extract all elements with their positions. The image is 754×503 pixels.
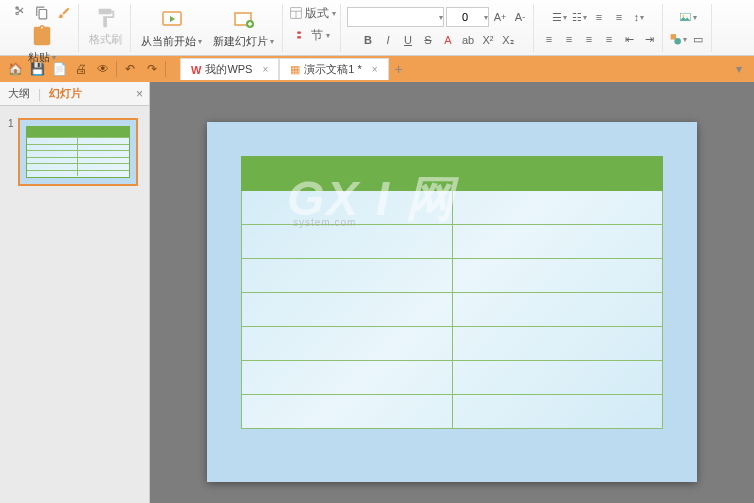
presentation-icon: ▦ xyxy=(290,63,300,76)
format-painter-icon xyxy=(94,6,118,30)
increase-font-button[interactable]: A+ xyxy=(491,8,509,26)
new-slide-label: 新建幻灯片 xyxy=(213,34,268,49)
print-icon[interactable]: 🖨 xyxy=(72,60,90,78)
justify-button[interactable]: ≡ xyxy=(600,30,618,48)
pdf-icon[interactable]: 📄 xyxy=(50,60,68,78)
from-current-label: 从当前开始 xyxy=(141,34,196,49)
slide-table[interactable] xyxy=(241,156,663,429)
panel-close-icon[interactable]: × xyxy=(130,87,149,101)
slide-panel: 大纲 | 幻灯片 × 1 xyxy=(0,82,150,503)
svg-point-11 xyxy=(674,38,681,45)
tab-menu-button[interactable]: ▾ xyxy=(730,62,748,76)
svg-point-9 xyxy=(682,15,684,17)
paste-icon xyxy=(30,24,54,48)
save-icon[interactable]: 💾 xyxy=(28,60,46,78)
shapes-button[interactable]: ▾ xyxy=(669,30,687,48)
slide-canvas[interactable]: GX I 网 system.com xyxy=(150,82,754,503)
ribbon-toolbar: 粘贴▾ 格式刷 从当前开始▾ 新建幻灯片▾ 版式▾ 节▾ ▾ 0▾ A+ A- xyxy=(0,0,754,56)
superscript-button[interactable]: X² xyxy=(479,31,497,49)
tab-document[interactable]: ▦ 演示文稿1 * × xyxy=(279,58,388,80)
align-right-button[interactable]: ≡ xyxy=(580,30,598,48)
increase-indent-button[interactable]: ⇥ xyxy=(640,30,658,48)
svg-rect-6 xyxy=(297,32,301,34)
wps-logo-icon: W xyxy=(191,64,201,76)
from-current-button[interactable]: 从当前开始▾ xyxy=(137,6,206,51)
bold-button[interactable]: B xyxy=(359,31,377,49)
font-size-combo[interactable]: 0▾ xyxy=(446,7,489,27)
svg-rect-7 xyxy=(297,36,301,38)
subscript-button[interactable]: X₂ xyxy=(499,31,517,49)
home-icon[interactable]: 🏠 xyxy=(6,60,24,78)
tab-wps[interactable]: W 我的WPS × xyxy=(180,58,279,80)
close-icon[interactable]: × xyxy=(262,64,268,75)
strike-button[interactable]: S xyxy=(419,31,437,49)
picture-button[interactable]: ▾ xyxy=(679,8,697,26)
highlight-button[interactable]: ab xyxy=(459,31,477,49)
thumbnail-list: 1 xyxy=(0,106,149,198)
document-tabs: W 我的WPS × ▦ 演示文稿1 * × + ▾ xyxy=(180,58,748,80)
add-tab-button[interactable]: + xyxy=(389,61,409,77)
cut-icon[interactable] xyxy=(10,4,30,22)
new-slide-icon xyxy=(232,8,256,32)
underline-button[interactable]: U xyxy=(399,31,417,49)
undo-icon[interactable]: ↶ xyxy=(121,60,139,78)
font-name-combo[interactable]: ▾ xyxy=(347,7,444,27)
tab-doc-label: 演示文稿1 * xyxy=(304,62,361,77)
decrease-indent-button[interactable]: ⇤ xyxy=(620,30,638,48)
slide[interactable]: GX I 网 system.com xyxy=(207,122,697,482)
slide-thumbnail[interactable]: 1 xyxy=(8,118,141,186)
indent-left-button[interactable]: ≡ xyxy=(590,8,608,26)
section-label: 节 xyxy=(311,27,323,44)
italic-button[interactable]: I xyxy=(379,31,397,49)
indent-right-button[interactable]: ≡ xyxy=(610,8,628,26)
thumb-number: 1 xyxy=(8,118,14,186)
line-spacing-button[interactable]: ↕▾ xyxy=(630,8,648,26)
numbering-button[interactable]: ☷▾ xyxy=(570,8,588,26)
outline-tab[interactable]: 大纲 xyxy=(0,82,38,105)
decrease-font-button[interactable]: A- xyxy=(511,8,529,26)
font-color-button[interactable]: A xyxy=(439,31,457,49)
slides-tab[interactable]: 幻灯片 xyxy=(41,82,90,105)
arrange-button[interactable]: ▭ xyxy=(689,30,707,48)
format-painter-label: 格式刷 xyxy=(89,32,122,47)
new-slide-button[interactable]: 新建幻灯片▾ xyxy=(209,6,278,51)
align-left-button[interactable]: ≡ xyxy=(540,30,558,48)
main-area: 大纲 | 幻灯片 × 1 xyxy=(0,82,754,503)
close-icon[interactable]: × xyxy=(372,64,378,75)
layout-button[interactable]: 版式▾ xyxy=(289,4,336,22)
redo-icon[interactable]: ↷ xyxy=(143,60,161,78)
copy-icon[interactable] xyxy=(32,4,52,22)
svg-rect-10 xyxy=(671,34,676,39)
preview-icon[interactable]: 👁 xyxy=(94,60,112,78)
bullets-button[interactable]: ☰▾ xyxy=(550,8,568,26)
layout-label: 版式 xyxy=(305,5,329,22)
play-icon xyxy=(160,8,184,32)
section-button[interactable]: 节▾ xyxy=(289,26,336,44)
tab-wps-label: 我的WPS xyxy=(205,62,252,77)
align-center-button[interactable]: ≡ xyxy=(560,30,578,48)
quick-access-toolbar: 🏠 💾 📄 🖨 👁 ↶ ↷ W 我的WPS × ▦ 演示文稿1 * × + ▾ xyxy=(0,56,754,82)
brush-icon[interactable] xyxy=(54,4,74,22)
format-painter-button[interactable]: 格式刷 xyxy=(85,4,126,49)
panel-tabs: 大纲 | 幻灯片 × xyxy=(0,82,149,106)
